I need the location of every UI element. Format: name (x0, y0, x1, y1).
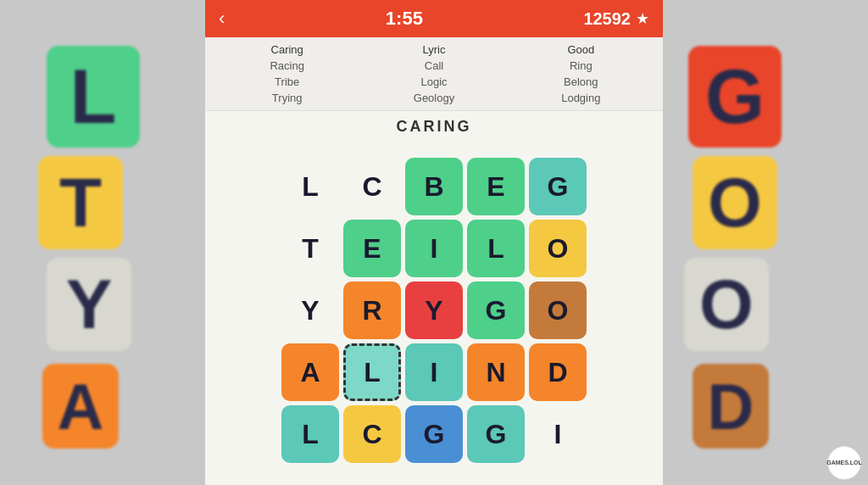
bg-tile-g: G (688, 46, 782, 148)
grid-cell-2-4[interactable]: O (529, 282, 587, 339)
grid-cell-1-1[interactable]: E (343, 220, 401, 277)
grid-cell-1-3[interactable]: L (467, 220, 525, 277)
score-display: 12592 (583, 9, 631, 29)
bg-tile-o2: O (684, 258, 769, 351)
word-trying: Trying (269, 91, 306, 105)
grid-cell-3-0[interactable]: A (281, 343, 339, 401)
grid-cell-3-1[interactable]: L (343, 343, 401, 401)
grid-cell-0-3[interactable]: E (467, 158, 525, 215)
bg-tile-d: D (693, 364, 769, 449)
word-good: Good (564, 42, 598, 57)
word-racing: Racing (266, 59, 307, 73)
word-geology: Geology (410, 91, 458, 105)
grid-cell-4-0[interactable]: L (281, 405, 339, 463)
bg-tile-l: L (47, 46, 140, 148)
game-grid-area: LCBEGTEILOYRYGOALINDLCGGI (205, 139, 663, 485)
grid-cell-0-1[interactable]: C (343, 158, 401, 215)
grid-cell-2-0[interactable]: Y (281, 282, 339, 339)
grid-cell-0-4[interactable]: G (529, 158, 587, 215)
side-letters-left: L T Y A (0, 37, 205, 485)
grid-cell-4-2[interactable]: G (405, 405, 463, 463)
word-call: Call (421, 59, 447, 73)
word-lodging: Lodging (558, 91, 604, 105)
word-tribe: Tribe (271, 75, 303, 89)
grid-cell-4-1[interactable]: C (343, 405, 401, 463)
bg-tile-y: Y (47, 258, 131, 351)
grid-cell-0-2[interactable]: B (405, 158, 463, 215)
word-belong: Belong (560, 75, 601, 89)
bg-tile-t: T (38, 156, 123, 249)
grid-cell-2-2[interactable]: Y (405, 282, 463, 339)
top-bar: ‹ 1:55 12592 ★ (205, 0, 663, 37)
grid-cell-2-1[interactable]: R (343, 282, 401, 339)
current-word: CARING (205, 111, 663, 139)
side-letters-right: G O O D (663, 37, 868, 485)
grid-cell-3-4[interactable]: D (529, 343, 587, 401)
word-lyric: Lyric (420, 42, 449, 57)
back-button[interactable]: ‹ (219, 8, 225, 30)
word-col-1: Caring Racing Tribe Trying (214, 42, 360, 105)
word-caring: Caring (268, 42, 307, 57)
word-ring: Ring (566, 59, 596, 73)
app-container: ‹ 1:55 12592 ★ Caring Racing Tribe Tryin… (205, 0, 663, 485)
bg-tile-o1: O (693, 156, 777, 249)
letter-grid[interactable]: LCBEGTEILOYRYGOALINDLCGGI (281, 158, 587, 463)
star-icon: ★ (636, 9, 649, 28)
word-col-2: Lyric Call Logic Geology (360, 42, 507, 105)
grid-cell-1-4[interactable]: O (529, 220, 587, 277)
grid-cell-3-3[interactable]: N (467, 343, 525, 401)
grid-cell-1-0[interactable]: T (281, 220, 339, 277)
grid-cell-1-2[interactable]: I (405, 220, 463, 277)
grid-cell-4-3[interactable]: G (467, 405, 525, 463)
bg-tile-a: A (42, 364, 119, 449)
grid-cell-0-0[interactable]: L (281, 158, 339, 215)
timer-display: 1:55 (386, 8, 423, 30)
word-list-panel: Caring Racing Tribe Trying Lyric Call Lo… (205, 37, 663, 111)
grid-cell-3-2[interactable]: I (405, 343, 463, 401)
word-logic: Logic (417, 75, 450, 89)
grid-cell-2-3[interactable]: G (467, 282, 525, 339)
grid-wrapper: LCBEGTEILOYRYGOALINDLCGGI (281, 158, 587, 463)
watermark: GAMES.LOL (827, 446, 861, 480)
games-lol-badge: GAMES.LOL (827, 446, 861, 480)
score-area: 12592 ★ (583, 9, 649, 29)
word-col-3: Good Ring Belong Lodging (508, 42, 654, 105)
grid-cell-4-4[interactable]: I (529, 405, 587, 463)
